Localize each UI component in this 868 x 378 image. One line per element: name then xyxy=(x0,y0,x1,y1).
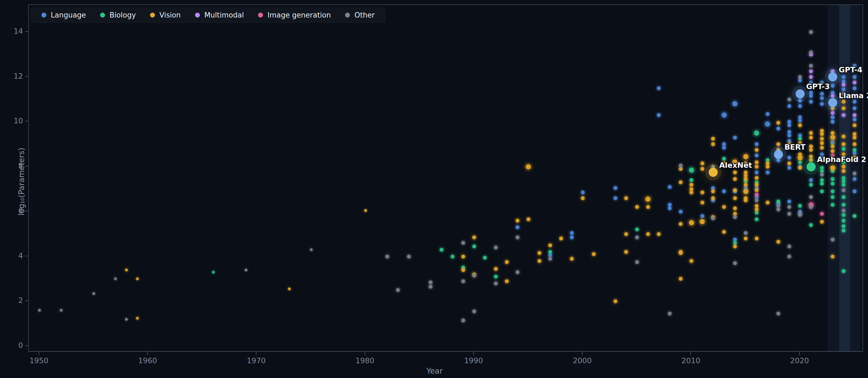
data-point-v xyxy=(635,205,639,209)
y-tick-label: 14 xyxy=(7,27,23,35)
data-point-o xyxy=(668,312,672,315)
data-point-o xyxy=(60,309,63,312)
data-point-v xyxy=(679,277,683,281)
data-point-v xyxy=(679,167,683,171)
data-point-o xyxy=(733,215,737,219)
data-point-l xyxy=(755,170,758,174)
data-point-o xyxy=(842,209,845,213)
annotation-label: GPT-4 xyxy=(839,65,862,74)
y-axis-title: log₁₀(Parameters) xyxy=(17,144,26,220)
data-point-v xyxy=(689,220,694,225)
legend-item-multimodal[interactable]: Multimodal xyxy=(195,11,244,19)
data-point-v xyxy=(744,183,748,187)
data-point-v xyxy=(798,155,803,160)
data-point-o xyxy=(787,255,791,258)
data-point-o xyxy=(429,280,433,284)
data-point-v xyxy=(689,190,693,194)
data-point-o xyxy=(787,205,791,209)
data-point-v xyxy=(472,235,476,239)
legend-item-language[interactable]: Language xyxy=(41,11,86,19)
data-point-v xyxy=(288,288,291,290)
legend-item-image-generation[interactable]: Image generation xyxy=(258,11,331,19)
x-tick-mark xyxy=(256,352,256,355)
data-point-l xyxy=(668,185,672,189)
data-point-b xyxy=(842,183,845,187)
data-point-o xyxy=(809,30,813,34)
data-point-v xyxy=(646,205,650,209)
data-point-v xyxy=(614,299,617,303)
data-point-o xyxy=(429,285,433,289)
data-point-o xyxy=(92,292,95,295)
data-point-l xyxy=(852,177,857,181)
data-point-l xyxy=(765,121,770,127)
data-point-l xyxy=(852,75,857,79)
data-point-o xyxy=(776,312,780,315)
data-point-b xyxy=(842,219,845,223)
data-point-b xyxy=(451,255,455,258)
x-tick-label: 1950 xyxy=(23,356,55,365)
data-point-l xyxy=(766,112,770,116)
data-point-v xyxy=(820,137,824,140)
y-tick-mark xyxy=(25,76,28,77)
data-point-v xyxy=(701,161,704,165)
data-point-v xyxy=(136,277,139,280)
data-point-v xyxy=(733,207,737,210)
data-point-v xyxy=(722,230,726,234)
data-point-v xyxy=(711,142,715,146)
data-point-l xyxy=(798,78,802,82)
data-point-o xyxy=(852,171,857,176)
data-point-v xyxy=(679,251,683,255)
data-point-v xyxy=(516,219,520,223)
legend-item-other[interactable]: Other xyxy=(345,11,375,19)
data-point-l xyxy=(787,104,791,108)
legend: LanguageBiologyVisionMultimodalImage gen… xyxy=(31,7,385,23)
data-point-b xyxy=(852,148,857,152)
data-point-b xyxy=(755,211,758,215)
legend-item-vision[interactable]: Vision xyxy=(150,11,181,19)
data-point-v xyxy=(711,189,715,193)
data-point-v xyxy=(755,148,758,152)
data-point-v xyxy=(711,137,715,140)
x-tick-mark xyxy=(365,352,365,355)
data-point-o xyxy=(516,235,520,239)
data-point-o xyxy=(787,245,791,248)
data-point-v xyxy=(624,250,628,254)
data-point-o xyxy=(548,257,552,261)
data-point-v xyxy=(809,131,813,135)
data-point-b xyxy=(842,224,845,228)
data-point-v xyxy=(842,100,845,104)
data-point-l xyxy=(852,106,857,110)
data-point-v xyxy=(755,165,758,168)
data-point-v xyxy=(679,222,683,226)
data-point-l xyxy=(581,190,585,194)
legend-swatch-icon xyxy=(345,12,350,18)
legend-item-biology[interactable]: Biology xyxy=(100,11,136,19)
legend-label: Vision xyxy=(159,11,181,19)
data-point-b xyxy=(548,250,552,254)
data-point-o xyxy=(310,248,313,251)
legend-label: Other xyxy=(354,11,375,19)
data-point-l xyxy=(842,88,845,91)
data-point-v xyxy=(733,188,737,192)
legend-label: Language xyxy=(51,11,86,19)
data-point-l xyxy=(657,86,661,90)
scatter-plot-figure: 1950196019701980199020002010202002468101… xyxy=(0,0,868,378)
y-tick-mark xyxy=(25,31,28,32)
data-point-v xyxy=(809,136,813,139)
landmark-point xyxy=(828,98,837,107)
data-point-o xyxy=(809,51,813,54)
data-point-b xyxy=(483,256,487,260)
data-point-v xyxy=(830,135,835,140)
x-tick-label: 2010 xyxy=(674,356,707,365)
data-point-m xyxy=(852,113,857,117)
data-point-o xyxy=(798,213,802,217)
data-point-o xyxy=(787,98,791,101)
data-point-o xyxy=(798,75,802,79)
data-point-v xyxy=(776,142,780,146)
data-point-v xyxy=(820,141,824,145)
data-point-l xyxy=(852,118,857,121)
data-point-l xyxy=(820,92,824,96)
x-tick-label: 2020 xyxy=(783,356,816,365)
data-point-b xyxy=(831,195,835,199)
data-point-v xyxy=(689,183,693,187)
